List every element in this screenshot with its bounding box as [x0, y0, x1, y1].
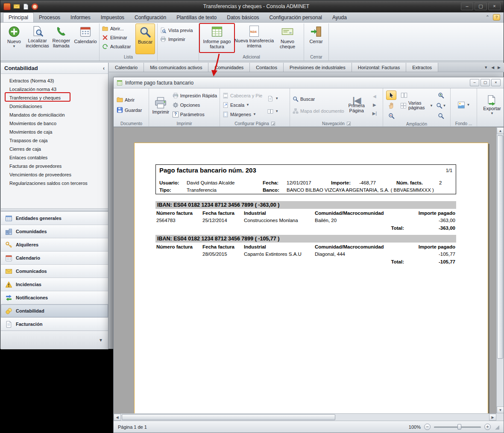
doc-tab-horizontal-facturas[interactable]: Horizontal: Facturas — [352, 63, 406, 72]
report-restore-button[interactable]: ▢ — [481, 79, 490, 86]
document-map-button[interactable]: Mapa del documento — [291, 107, 346, 115]
scroll-up-icon[interactable]: ▲ — [497, 127, 504, 134]
open-button[interactable]: Abrir... — [100, 25, 135, 32]
sidebar-item-transferencias[interactable]: Tranferencias y cheques — [1, 94, 108, 102]
sidebar-splitter[interactable] — [1, 208, 108, 211]
delete-button[interactable]: Eliminar — [100, 34, 135, 41]
vertical-scrollbar[interactable]: ▲ ▼ — [496, 127, 504, 413]
print-options-button[interactable]: Opciones — [171, 101, 201, 109]
sidebar-item-traspasos[interactable]: Traspasos de caja — [1, 136, 108, 145]
new-internal-transfer-button[interactable]: N34 Nueva transferecia interna — [234, 23, 274, 54]
resize-grip[interactable] — [494, 424, 499, 430]
sidebar-item-extractos[interactable]: Extractos (Norma 43) — [1, 76, 108, 85]
dialog-launcher-icon[interactable] — [347, 122, 351, 126]
sidebar-item-domiciliaciones[interactable]: Domiciliaciones — [1, 102, 108, 111]
zoom-dropdown-tool[interactable]: ▼ — [436, 101, 446, 110]
report-open-button[interactable]: Abrir — [115, 96, 136, 104]
export-button[interactable]: Exportar ▼ — [481, 94, 503, 116]
watermark-button[interactable]: ▼ — [456, 101, 472, 109]
hand-tool[interactable] — [386, 101, 396, 110]
print-preview-button[interactable]: Vista previa — [158, 27, 194, 34]
zoom-out-tool[interactable] — [386, 111, 396, 120]
horizontal-scrollbar[interactable]: ◀ ▶ — [114, 413, 496, 421]
nav-item-notificaciones[interactable]: Notificaciones — [1, 291, 108, 304]
nav-item-calendario[interactable]: Calendario — [1, 251, 108, 264]
nav-item-incidencias[interactable]: Incidencias — [1, 278, 108, 291]
tab-configuracion[interactable]: Configuración — [129, 13, 171, 22]
multiple-pages-button[interactable]: Varias páginas▼ — [399, 100, 434, 111]
sidebar-item-mov-caja[interactable]: Movimientos de caja — [1, 128, 108, 136]
search-button[interactable]: Buscar — [135, 23, 155, 54]
parameters-button[interactable]: ?Parámetros — [171, 110, 206, 119]
refresh-button[interactable]: Actualizar — [100, 43, 135, 50]
zoom-slider-thumb[interactable] — [457, 424, 461, 430]
tab-ayuda[interactable]: Ayuda — [327, 13, 352, 22]
report-close-button[interactable]: × — [491, 79, 501, 86]
minimize-button[interactable]: – — [461, 3, 473, 10]
nav-item-facturacion[interactable]: Facturación — [1, 317, 108, 331]
find-button[interactable]: Buscar — [291, 95, 316, 103]
new-cheque-button[interactable]: Nuevo cheque — [274, 23, 301, 54]
margins-button[interactable]: Márgenes▼ — [221, 110, 258, 119]
report-print-button[interactable]: Imprimir — [150, 95, 171, 114]
quick-print-button[interactable]: Impresión Rápida — [171, 91, 218, 100]
first-page-button[interactable]: |◀ Primera Página — [346, 97, 368, 113]
nav-item-contabilidad[interactable]: Contabilidad — [1, 304, 108, 317]
zoom-tool[interactable] — [436, 111, 446, 120]
scroll-down-icon[interactable]: ▼ — [497, 407, 504, 413]
sidebar-item-mandatos[interactable]: Mandatos de domiciliación — [1, 111, 108, 119]
collapse-ribbon-icon[interactable]: ⌃ — [486, 15, 489, 20]
header-footer-button[interactable]: Cabecera y Pie — [221, 91, 264, 100]
print-button[interactable]: Imprimir — [158, 36, 194, 43]
report-save-button[interactable]: Guardar — [115, 106, 143, 114]
scale-button[interactable]: Escala▼ — [221, 101, 251, 109]
help-icon[interactable]: ? — [493, 14, 500, 20]
tab-scroll-right-icon[interactable]: ▶ — [498, 65, 501, 70]
paper-size-button[interactable]: ▼ — [266, 94, 280, 103]
new-button[interactable]: Nuevo▼ — [3, 23, 25, 54]
pointer-tool[interactable] — [386, 91, 396, 100]
tab-configuracion-personal[interactable]: Configuración personal — [264, 13, 327, 22]
close-button[interactable]: × — [488, 3, 501, 10]
doc-tab-comunidades[interactable]: Comunidades — [208, 63, 250, 72]
orientation-button[interactable]: ▼ — [266, 107, 280, 116]
app-icon[interactable] — [3, 3, 11, 10]
collapse-sidebar-icon[interactable]: ‹ — [103, 65, 105, 71]
last-page-icon[interactable]: ▶| — [370, 110, 379, 117]
calendar-button[interactable]: Calendario — [73, 23, 98, 54]
next-page-icon[interactable]: ▶ — [370, 101, 379, 109]
chevron-down-icon[interactable]: ▼ — [99, 338, 103, 342]
scroll-right-icon[interactable]: ▶ — [489, 414, 496, 421]
restore-button[interactable]: ▢ — [475, 3, 487, 10]
tab-impuestos[interactable]: Impuestos — [96, 13, 129, 22]
zoom-slider[interactable] — [434, 424, 481, 430]
sidebar-item-regularizaciones[interactable]: Regularizaciones saldos con terceros — [1, 179, 108, 187]
invoice-payment-report-button[interactable]: Informe pago factura — [200, 23, 234, 54]
vertical-scroll-thumb[interactable] — [497, 135, 503, 359]
nav-item-alquileres[interactable]: Alquileres — [1, 238, 108, 251]
locate-incidents-button[interactable]: Localizar incidencias — [25, 23, 50, 54]
tab-informes[interactable]: Informes — [65, 13, 96, 22]
previous-page-icon[interactable]: ◀ — [370, 93, 379, 100]
sidebar-item-mov-banco[interactable]: Movimientos de banco — [1, 119, 108, 128]
doc-tab-extractos[interactable]: Extractos — [406, 63, 438, 72]
nav-item-comunidades[interactable]: Comunidades — [1, 225, 108, 238]
tab-procesos[interactable]: Procesos — [34, 13, 65, 22]
close-app-button[interactable]: Cerrar — [305, 23, 327, 54]
facing-pages-tool[interactable] — [399, 91, 409, 100]
doc-tab-calendario[interactable]: Calendario — [109, 63, 144, 72]
nav-item-entidades[interactable]: Entidades generales — [1, 211, 108, 225]
record-icon[interactable] — [32, 3, 38, 10]
doc-tab-comunicados[interactable]: Mis comunicados activos — [144, 63, 208, 72]
sidebar-item-vencimientos[interactable]: Vencimientos de proveedores — [1, 170, 108, 179]
horizontal-scroll-thumb[interactable] — [122, 414, 335, 420]
pick-call-button[interactable]: Recoger llamada — [50, 23, 73, 54]
doc-tab-previsiones[interactable]: Previsiones de industriales — [284, 63, 352, 72]
document-edit-icon[interactable] — [22, 3, 29, 10]
tab-principal[interactable]: Principal — [3, 12, 34, 22]
mail-icon[interactable] — [13, 3, 20, 10]
dialog-launcher-icon[interactable] — [271, 122, 275, 126]
sidebar-item-facturas-prov[interactable]: Facturas de proveedores — [1, 162, 108, 170]
tab-plantillas[interactable]: Plantillas de texto — [171, 13, 222, 22]
scroll-left-icon[interactable]: ◀ — [114, 414, 121, 421]
